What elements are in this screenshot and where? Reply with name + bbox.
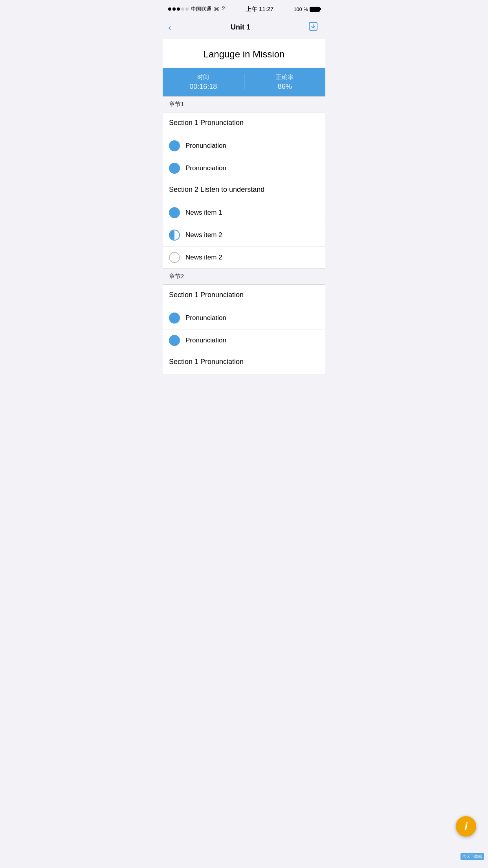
status-left: 中国联通 ⌘︎ 𝄢 xyxy=(168,6,226,13)
status-time: 上午 11:27 xyxy=(246,6,274,13)
item-text: News item 2 xyxy=(185,231,222,239)
section-header-0: 章节1 xyxy=(163,96,325,112)
item-text: News item 2 xyxy=(185,254,222,261)
section-title-0-0: Section 1 Pronunciation xyxy=(169,119,319,127)
list-item[interactable]: Pronunciation xyxy=(163,135,325,157)
content-section-0-1: Section 2 Listen to understand xyxy=(163,179,325,202)
circle-icon-full xyxy=(169,335,180,346)
item-text: News item 1 xyxy=(185,209,222,217)
nav-bar: ‹ Unit 1 xyxy=(163,17,325,39)
dot-1 xyxy=(168,7,171,11)
list-item[interactable]: Pronunciation xyxy=(163,329,325,351)
items-group-0-0: PronunciationPronunciation xyxy=(163,135,325,179)
section-title-1-1: Section 1 Pronunciation xyxy=(169,358,319,366)
dot-4 xyxy=(181,7,184,11)
item-text: Pronunciation xyxy=(185,337,226,344)
items-group-0-1: News item 1News item 2News item 2 xyxy=(163,202,325,268)
item-text: Pronunciation xyxy=(185,164,226,172)
section-title-0-1: Section 2 Listen to understand xyxy=(169,186,319,194)
item-text: Pronunciation xyxy=(185,314,226,322)
wifi-icon: ⌘︎ xyxy=(214,6,219,12)
stats-bar: 时间 00:16:18 正确率 86% xyxy=(163,68,325,96)
wifi-symbol: 𝄢 xyxy=(222,6,226,13)
stat-time: 时间 00:16:18 xyxy=(163,74,244,91)
list-item[interactable]: Pronunciation xyxy=(163,307,325,329)
list-item[interactable]: News item 1 xyxy=(163,202,325,224)
dot-2 xyxy=(172,7,176,11)
circle-icon-full xyxy=(169,313,180,324)
list-item[interactable]: News item 2 xyxy=(163,224,325,246)
stat-time-label: 时间 xyxy=(163,74,244,81)
item-text: Pronunciation xyxy=(185,142,226,150)
battery-fill xyxy=(310,7,319,11)
back-button[interactable]: ‹ xyxy=(168,20,174,35)
circle-icon-full xyxy=(169,163,180,174)
section-header-1: 章节2 xyxy=(163,268,325,285)
page-title: Languge in Mission xyxy=(171,49,317,60)
nav-title: Unit 1 xyxy=(231,23,250,31)
content-section-1-0: Section 1 Pronunciation xyxy=(163,285,325,307)
circle-icon-half xyxy=(169,230,180,241)
page-title-section: Languge in Mission xyxy=(163,39,325,68)
download-button[interactable] xyxy=(306,20,320,35)
stat-accuracy: 正确率 86% xyxy=(244,74,326,91)
items-group-1-0: PronunciationPronunciation xyxy=(163,307,325,351)
status-right: 100 % xyxy=(294,6,320,12)
battery-icon xyxy=(310,7,320,12)
list-item[interactable]: News item 2 xyxy=(163,246,325,268)
list-item[interactable]: Pronunciation xyxy=(163,157,325,179)
circle-icon-empty xyxy=(169,252,180,263)
content-section-0-0: Section 1 Pronunciation xyxy=(163,112,325,135)
section-title-1-0: Section 1 Pronunciation xyxy=(169,291,319,299)
sections-container: 章节1Section 1 PronunciationPronunciationP… xyxy=(163,96,325,374)
circle-icon-full xyxy=(169,207,180,218)
stat-accuracy-value: 86% xyxy=(244,83,326,91)
battery-label: 100 % xyxy=(294,6,308,12)
carrier-label: 中国联通 xyxy=(191,6,211,13)
stat-time-value: 00:16:18 xyxy=(163,83,244,91)
circle-icon-full xyxy=(169,140,180,151)
stat-accuracy-label: 正确率 xyxy=(244,74,326,81)
dot-5 xyxy=(185,7,189,11)
content-section-1-1: Section 1 Pronunciation xyxy=(163,351,325,374)
signal-dots xyxy=(168,7,189,11)
dot-3 xyxy=(177,7,180,11)
status-bar: 中国联通 ⌘︎ 𝄢 上午 11:27 100 % xyxy=(163,0,325,17)
